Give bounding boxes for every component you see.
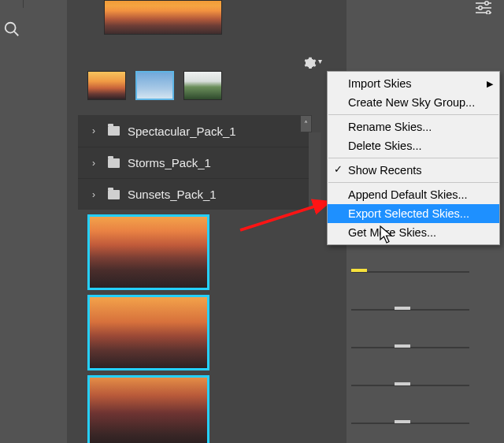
sky-group-row[interactable]: › Sunsets_Pack_1 xyxy=(78,178,309,210)
recent-thumb-2[interactable] xyxy=(135,71,174,100)
menu-delete-skies[interactable]: Delete Skies... xyxy=(328,136,499,155)
chevron-right-icon: › xyxy=(92,158,100,169)
folder-icon xyxy=(108,158,120,168)
left-toolbar xyxy=(0,0,54,443)
recent-thumb-3[interactable] xyxy=(183,71,222,100)
slider[interactable] xyxy=(351,423,469,424)
slider[interactable] xyxy=(351,385,469,386)
selected-thumbnails xyxy=(87,214,209,443)
svg-point-7 xyxy=(487,11,490,14)
sky-thumb-selected[interactable] xyxy=(87,214,209,290)
menu-import-skies[interactable]: Import Skies ▶ xyxy=(328,74,499,93)
svg-point-5 xyxy=(479,6,482,9)
menu-item-label: Create New Sky Group... xyxy=(348,96,475,109)
folder-label: Storms_Pack_1 xyxy=(128,156,211,169)
scrollbar-track[interactable] xyxy=(309,132,321,210)
folder-label: Spectacular_Pack_1 xyxy=(128,125,236,138)
menu-item-label: Rename Skies... xyxy=(348,121,432,133)
svg-point-0 xyxy=(6,23,16,33)
menu-rename-skies[interactable]: Rename Skies... xyxy=(328,117,499,136)
slider[interactable] xyxy=(351,309,469,311)
panel-options-gear[interactable]: ▾ xyxy=(304,57,322,69)
gear-icon xyxy=(304,57,317,69)
panel-options-menu: Import Skies ▶ Create New Sky Group... R… xyxy=(327,71,500,245)
menu-append-default-skies[interactable]: Append Default Skies... xyxy=(328,185,499,204)
menu-item-label: Show Recents xyxy=(348,164,422,177)
menu-separator xyxy=(328,158,498,158)
divider xyxy=(23,0,24,8)
recent-thumb-1[interactable] xyxy=(87,71,126,100)
folder-icon xyxy=(108,190,120,199)
menu-item-label: Export Selected Skies... xyxy=(348,207,469,220)
menu-separator xyxy=(328,114,498,115)
menu-create-new-sky-group[interactable]: Create New Sky Group... xyxy=(328,93,499,112)
sky-group-row[interactable]: › Spectacular_Pack_1 ˄ xyxy=(78,115,309,147)
caret-up-icon: ˄ xyxy=(304,120,308,128)
folder-icon xyxy=(108,126,120,136)
recents-row xyxy=(87,71,222,100)
svg-line-1 xyxy=(14,32,18,35)
sky-thumb-selected[interactable] xyxy=(87,375,209,443)
chevron-right-icon: › xyxy=(92,125,100,136)
check-icon: ✓ xyxy=(334,163,343,175)
scroll-up-button[interactable]: ˄ xyxy=(300,115,312,132)
menu-separator xyxy=(328,182,498,183)
menu-export-selected-skies[interactable]: Export Selected Skies... xyxy=(328,204,499,223)
menu-item-label: Import Skies xyxy=(348,77,412,90)
zoom-icon[interactable] xyxy=(3,20,20,38)
menu-show-recents[interactable]: ✓ Show Recents xyxy=(328,161,499,180)
slider[interactable] xyxy=(351,347,469,348)
sky-group-list: › Spectacular_Pack_1 ˄ › Storms_Pack_1 ›… xyxy=(78,115,309,210)
svg-point-3 xyxy=(485,2,488,5)
active-sky-preview[interactable] xyxy=(104,0,222,35)
folder-label: Sunsets_Pack_1 xyxy=(128,188,217,201)
adjustment-sliders xyxy=(346,259,479,443)
sky-group-row[interactable]: › Storms_Pack_1 xyxy=(78,147,309,178)
menu-item-label: Delete Skies... xyxy=(348,140,422,152)
gear-caret-icon: ▾ xyxy=(318,58,322,65)
slider[interactable] xyxy=(351,271,469,273)
sliders-icon[interactable] xyxy=(474,0,493,14)
menu-item-label: Get More Skies... xyxy=(348,226,436,239)
sky-thumb-selected[interactable] xyxy=(87,295,209,370)
menu-get-more-skies[interactable]: Get More Skies... xyxy=(328,223,499,242)
chevron-right-icon: › xyxy=(92,189,100,200)
menu-item-label: Append Default Skies... xyxy=(348,188,468,201)
submenu-arrow-icon: ▶ xyxy=(487,79,493,89)
